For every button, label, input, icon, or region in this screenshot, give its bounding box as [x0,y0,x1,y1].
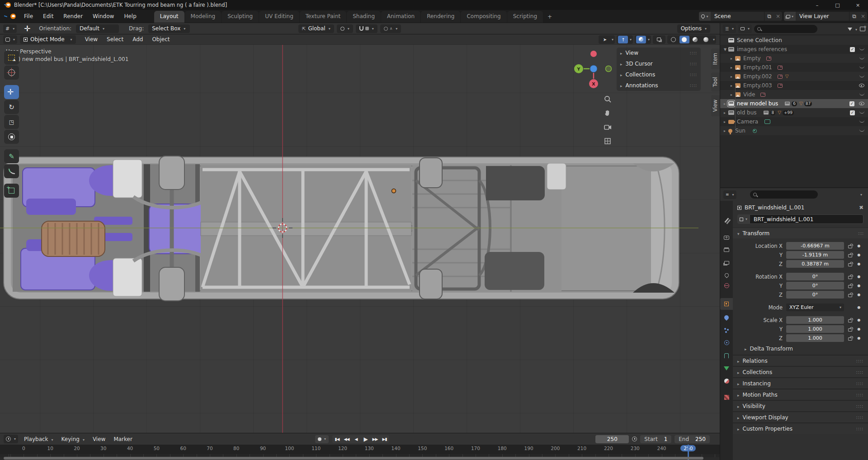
gizmos-group[interactable]: ↗ ▾ [617,35,633,44]
menubar-item[interactable]: Window [88,11,119,21]
workspace-tab[interactable]: Layout [154,11,184,23]
expand-icon[interactable]: ▸ [731,84,735,88]
workspace-tab[interactable]: Shading [347,11,381,23]
grip-icon[interactable] [858,231,863,236]
properties-section[interactable]: Visibility [733,400,868,411]
timeline-scrollbar[interactable] [4,457,703,460]
lock-icon[interactable] [844,336,856,341]
tab-object[interactable] [720,298,733,310]
view-layer-selector[interactable]: ▾ View Layer ⧉ × [784,12,867,21]
grip-icon[interactable] [856,393,863,397]
outliner-search-input[interactable] [754,25,817,33]
n-panel-section[interactable]: View [617,47,701,58]
object-id-icon[interactable]: ▾ [737,214,750,224]
grip-icon[interactable] [856,359,863,363]
properties-section[interactable]: Viewport Display [733,411,868,422]
grip-icon[interactable] [856,427,863,431]
timeline-menu[interactable]: Marker [109,436,136,442]
minimize-button[interactable]: – [807,0,827,10]
viewport-canvas[interactable]: User Perspective (250) new model bus | B… [0,45,720,433]
copy-scene-icon[interactable]: ⧉ [764,12,774,21]
zoom-button[interactable] [603,95,612,104]
tab-modifiers[interactable] [720,312,733,323]
filter-funnel-icon[interactable] [848,26,857,32]
xray-toggle[interactable] [653,35,665,44]
overlays-icon[interactable] [636,36,646,43]
viewport-menu[interactable]: View [80,35,102,44]
eye-open-icon[interactable] [859,102,864,105]
lock-icon[interactable] [844,252,856,257]
close-button[interactable]: × [848,0,868,10]
copy-view-layer-icon[interactable]: ⧉ [849,12,859,21]
location-value-field[interactable]: -0.66967 m [786,242,844,250]
outliner-row-vide[interactable]: ▸ Vide [720,90,868,99]
shading-material-icon[interactable] [690,36,700,43]
lock-icon[interactable] [844,261,856,266]
tab-constraints[interactable] [720,350,733,361]
location-value-field[interactable]: -1.9119 m [786,251,844,259]
expand-icon[interactable]: ▸ [724,102,728,106]
pivot-point-dropdown[interactable] [337,24,353,33]
grip-icon[interactable] [690,72,697,77]
timeline-menu[interactable]: View [89,436,109,442]
tab-render[interactable] [720,232,733,243]
bus-model[interactable] [0,45,698,433]
menubar-item[interactable]: Help [119,11,141,21]
animate-dot[interactable]: ● [856,275,862,279]
lock-icon[interactable] [844,243,856,248]
scale-tool[interactable]: ◳ [4,115,19,129]
properties-section[interactable]: Instancing [733,377,868,389]
expand-icon[interactable]: ▸ [724,120,728,124]
menubar-item[interactable]: Edit [38,11,58,21]
expand-icon[interactable]: ▸ [724,129,728,133]
eye-closed-icon[interactable] [859,75,864,77]
properties-section[interactable]: Collections [733,366,868,377]
move-tool[interactable] [4,85,19,99]
playback-button[interactable]: ▶ [361,436,370,442]
lock-icon[interactable] [844,327,856,332]
lock-icon[interactable] [844,274,856,279]
timeline-ruler[interactable]: 0102030405060708090100110120130140150160… [0,445,720,454]
use-preview-range-icon[interactable] [632,436,637,441]
grip-icon[interactable] [856,370,863,375]
timeline-menu[interactable]: Playback [20,436,57,442]
tab-texture[interactable] [720,391,733,403]
expand-icon[interactable]: ▸ [724,111,728,115]
tab-world[interactable] [720,280,733,291]
expand-icon[interactable]: ▸ [731,93,735,97]
drag-dropdown[interactable]: Select Box [148,24,190,33]
mode-dropdown[interactable]: Object Mode [20,35,76,44]
viewport-menu[interactable]: Add [128,35,147,44]
transform-tool[interactable] [4,130,19,144]
viewport-3d[interactable]: Object Mode ViewSelectAddObject ➤ ▾ ↗ ▾ … [0,34,720,433]
shading-wireframe-icon[interactable] [669,36,679,43]
playback-button[interactable]: ▮◀ [332,437,342,441]
properties-options-icon[interactable]: ▾ [860,193,862,197]
add-workspace-button[interactable]: + [543,12,556,23]
lock-icon[interactable] [844,318,856,322]
eye-closed-icon[interactable] [859,47,864,50]
navigation-gizmo[interactable]: Y X [573,47,614,93]
workspace-tab[interactable]: Compositing [461,11,506,23]
n-panel-section[interactable]: Collections [617,69,701,80]
grip-icon[interactable] [690,83,697,88]
animate-dot[interactable]: ● [856,262,862,266]
grip-icon[interactable] [856,404,863,408]
outliner-filter-type-icon[interactable] [738,24,752,33]
frame-start-field[interactable]: Start 1 [640,435,671,443]
workspace-tab[interactable]: Sculpting [222,11,259,23]
unlink-scene-icon[interactable]: × [774,13,782,19]
grip-icon[interactable] [856,415,863,420]
scene-selector[interactable]: ▾ Scene ⧉ × [699,12,782,21]
animate-dot[interactable]: ● [856,305,862,309]
animate-dot[interactable]: ● [856,253,862,257]
outliner-row-old-bus[interactable]: ▸ old bus 8 ▽+99 ✓ [720,108,868,117]
rotation-value-field[interactable]: 0° [786,282,844,289]
blender-menu-icon[interactable] [4,14,16,19]
tab-output[interactable] [720,244,733,256]
transform-panel-header[interactable]: Transform [733,228,868,238]
pointer-eye-icon[interactable]: ➤ [600,36,610,43]
grip-icon[interactable] [856,381,863,386]
properties-section[interactable]: Motion Paths [733,389,868,400]
orientation-dropdown[interactable]: Default [76,24,119,33]
